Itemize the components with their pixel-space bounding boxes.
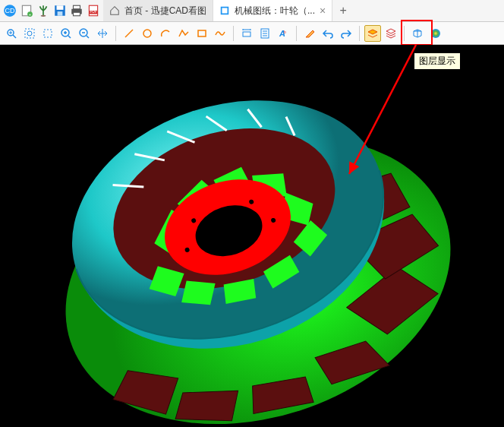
redo-icon[interactable] bbox=[338, 25, 354, 42]
svg-rect-29 bbox=[243, 32, 250, 36]
home-icon bbox=[109, 5, 120, 16]
undo-icon[interactable] bbox=[320, 25, 336, 42]
add-tab-button[interactable]: + bbox=[332, 0, 354, 21]
quick-access: CD + PDF bbox=[0, 0, 103, 21]
tooltip-label: 图层显示 bbox=[419, 55, 455, 66]
drawing-file-icon bbox=[219, 5, 230, 16]
edit-icon[interactable] bbox=[301, 25, 318, 42]
view3d-icon[interactable] bbox=[409, 25, 426, 42]
dimension-icon[interactable] bbox=[238, 25, 255, 42]
tab-bar: CD + PDF 首页 - 迅捷CAD看图 机械图纸：叶轮（... × + bbox=[0, 0, 504, 22]
model-impeller bbox=[0, 45, 504, 427]
svg-rect-8 bbox=[58, 11, 63, 16]
svg-text:CD: CD bbox=[5, 7, 15, 14]
svg-point-5 bbox=[41, 15, 46, 17]
svg-line-26 bbox=[125, 30, 133, 37]
tooltip-layer-display: 图层显示 bbox=[414, 52, 461, 70]
svg-rect-21 bbox=[44, 30, 52, 37]
tab-drawing-label: 机械图纸：叶轮（... bbox=[235, 5, 315, 17]
pdf-icon[interactable]: PDF bbox=[87, 4, 100, 17]
separator bbox=[404, 26, 405, 41]
arc-icon[interactable] bbox=[157, 25, 174, 42]
svg-text:PDF: PDF bbox=[90, 10, 97, 14]
svg-line-18 bbox=[13, 35, 16, 38]
svg-point-37 bbox=[431, 29, 440, 38]
app-logo-icon[interactable]: CD bbox=[3, 4, 17, 17]
svg-line-25 bbox=[87, 36, 89, 38]
zoom-out-icon[interactable] bbox=[76, 25, 93, 42]
layer-icon[interactable] bbox=[257, 25, 273, 42]
line-icon[interactable] bbox=[121, 25, 137, 42]
layer-display-icon[interactable] bbox=[364, 25, 381, 42]
polyline-icon[interactable] bbox=[175, 25, 192, 42]
print-icon[interactable] bbox=[70, 4, 83, 17]
zoom-extents-icon[interactable] bbox=[3, 25, 20, 42]
circle-icon[interactable] bbox=[139, 25, 156, 42]
svg-rect-7 bbox=[57, 5, 64, 10]
separator bbox=[115, 26, 116, 41]
svg-point-27 bbox=[143, 30, 151, 37]
visual-style-icon[interactable] bbox=[427, 25, 444, 42]
svg-rect-10 bbox=[74, 5, 80, 9]
viewport-3d[interactable]: 图层显示 bbox=[0, 45, 504, 427]
spline-icon[interactable] bbox=[212, 25, 228, 42]
layer-manager-icon[interactable] bbox=[383, 25, 399, 42]
svg-rect-16 bbox=[222, 8, 228, 14]
svg-rect-19 bbox=[25, 29, 34, 38]
svg-rect-28 bbox=[198, 30, 206, 36]
svg-rect-11 bbox=[74, 12, 80, 16]
separator bbox=[359, 26, 360, 41]
svg-point-20 bbox=[27, 31, 32, 36]
rectangle-icon[interactable] bbox=[194, 25, 210, 42]
palm-icon[interactable] bbox=[36, 4, 50, 17]
zoom-window-icon[interactable] bbox=[21, 25, 38, 42]
new-file-icon[interactable]: + bbox=[20, 4, 33, 17]
zoom-in-icon[interactable] bbox=[58, 25, 74, 42]
save-icon[interactable] bbox=[53, 4, 67, 17]
tab-drawing[interactable]: 机械图纸：叶轮（... × bbox=[213, 0, 332, 21]
tab-home-label: 首页 - 迅捷CAD看图 bbox=[124, 5, 206, 17]
text-annotation-icon[interactable]: Ab bbox=[275, 25, 291, 42]
svg-text:+: + bbox=[29, 12, 31, 17]
pan-icon[interactable] bbox=[94, 25, 111, 42]
toolbar: Ab bbox=[0, 22, 504, 45]
tab-home[interactable]: 首页 - 迅捷CAD看图 bbox=[103, 0, 213, 21]
svg-text:b: b bbox=[284, 30, 286, 34]
zoom-selection-icon[interactable] bbox=[39, 25, 56, 42]
close-icon[interactable]: × bbox=[320, 5, 326, 16]
separator bbox=[296, 26, 297, 41]
svg-line-23 bbox=[68, 36, 71, 38]
separator bbox=[233, 26, 234, 41]
